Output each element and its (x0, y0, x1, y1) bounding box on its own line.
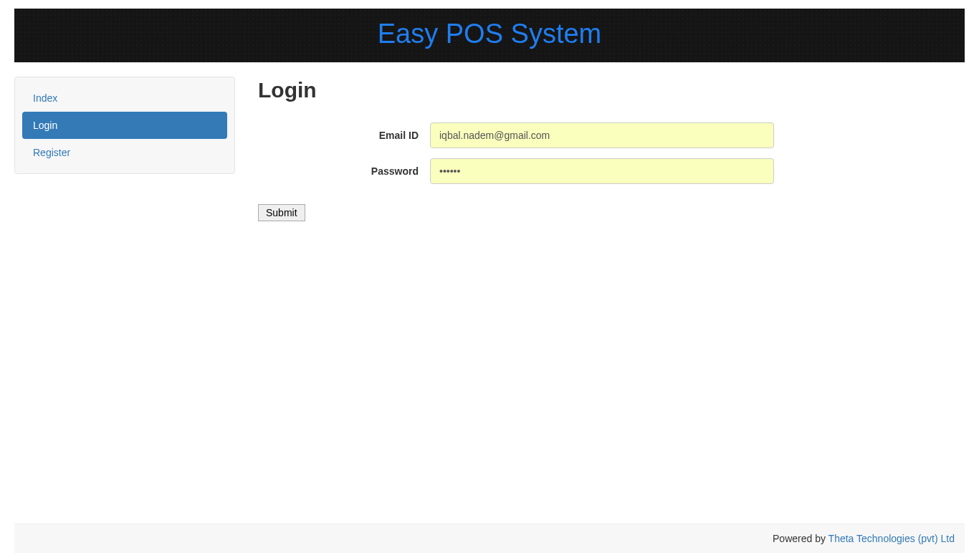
sidebar-item-index[interactable]: Index (22, 85, 227, 112)
sidebar-item-label: Index (33, 92, 57, 104)
app-title: Easy POS System (378, 19, 602, 49)
main-container: Index Login Register Login Email ID Pass… (0, 62, 979, 236)
sidebar-item-label: Login (33, 120, 57, 131)
page-title: Login (258, 78, 965, 102)
email-label: Email ID (258, 130, 430, 141)
sidebar: Index Login Register (14, 77, 235, 174)
password-label: Password (258, 165, 430, 177)
submit-button[interactable]: Submit (258, 204, 305, 221)
form-row-email: Email ID (258, 122, 965, 148)
header-bar: Easy POS System (14, 9, 965, 62)
main-content: Login Email ID Password Submit (258, 77, 965, 221)
sidebar-item-label: Register (33, 147, 70, 158)
form-row-password: Password (258, 158, 965, 184)
sidebar-item-register[interactable]: Register (22, 139, 227, 166)
email-field[interactable] (430, 122, 774, 148)
password-field[interactable] (430, 158, 774, 184)
sidebar-item-login[interactable]: Login (22, 112, 227, 139)
